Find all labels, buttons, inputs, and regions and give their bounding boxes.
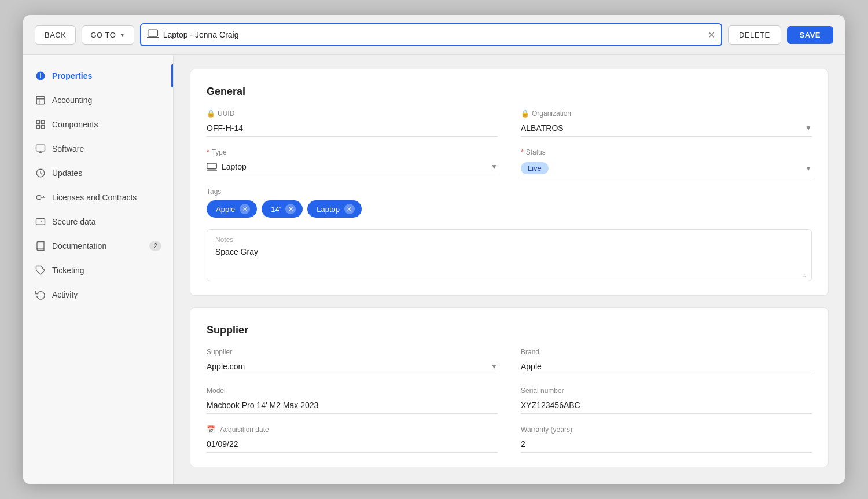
sidebar-item-licenses[interactable]: Licenses and Contracts [23, 186, 173, 209]
sidebar-item-activity[interactable]: Activity [23, 283, 173, 306]
required-star2: * [521, 148, 524, 156]
status-dropdown[interactable]: Live ▼ [521, 159, 812, 178]
sidebar-item-accounting[interactable]: Accounting [23, 89, 173, 112]
organization-label: 🔒 Organization [521, 109, 812, 118]
grid-icon [35, 119, 46, 130]
goto-button[interactable]: GO TO ▼ [82, 25, 134, 45]
supplier-value: Apple.com [207, 362, 491, 371]
sidebar-item-label: Components [52, 120, 98, 129]
calculator-icon [35, 94, 46, 106]
item-name-bar: ✕ [140, 23, 722, 46]
sidebar-item-updates[interactable]: Updates [23, 162, 173, 185]
serial-label: Serial number [521, 387, 812, 395]
body: i Properties Accounting Components [23, 55, 845, 484]
warranty-value: 2 [521, 436, 812, 453]
sidebar-item-label: Activity [52, 290, 78, 299]
sidebar-item-documentation[interactable]: Documentation 2 [23, 234, 173, 258]
item-name-input[interactable] [163, 30, 703, 39]
acquisition-field: 📅 Acquisition date 01/09/22 [207, 425, 498, 453]
save-button[interactable]: SAVE [787, 26, 833, 44]
serial-field: Serial number XYZ123456ABC [521, 387, 812, 414]
tags-row: Apple ✕ 14' ✕ Laptop ✕ [207, 200, 812, 218]
sidebar-item-label: Secure data [52, 217, 96, 226]
tag-label: Apple [216, 205, 235, 214]
sidebar-item-label: Documentation [52, 241, 106, 251]
lock-icon2: 🔒 [521, 109, 529, 118]
svg-point-14 [36, 195, 41, 200]
sidebar-item-label: Properties [52, 71, 92, 80]
key-icon [35, 192, 46, 203]
chevron-down-icon: ▼ [805, 124, 812, 132]
status-label: * Status [521, 148, 812, 156]
notes-box[interactable]: Notes Space Gray ⊿ [207, 229, 812, 281]
model-label: Model [207, 387, 498, 395]
history-icon [35, 289, 46, 300]
clock-icon [35, 167, 46, 179]
svg-rect-21 [207, 163, 217, 169]
supplier-section: Supplier Supplier Apple.com ▼ Brand Appl… [190, 307, 829, 467]
tag-remove-button[interactable]: ✕ [344, 204, 355, 214]
delete-button[interactable]: DELETE [728, 25, 781, 45]
uuid-value: OFF-H-14 [207, 120, 498, 137]
resize-handle[interactable]: ⊿ [802, 271, 809, 278]
main-window: BACK GO TO ▼ ✕ DELETE SAVE i [23, 15, 845, 484]
required-star: * [207, 148, 209, 156]
type-dropdown[interactable]: Laptop ▼ [207, 159, 498, 175]
sidebar-item-secure-data[interactable]: Secure data [23, 210, 173, 233]
brand-field: Brand Apple [521, 348, 812, 375]
svg-rect-0 [148, 30, 157, 36]
model-field: Model Macbook Pro 14' M2 Max 2023 [207, 387, 498, 414]
type-value: Laptop [207, 162, 491, 171]
sidebar-item-ticketing[interactable]: Ticketing [23, 259, 173, 282]
sidebar-item-properties[interactable]: i Properties [23, 64, 173, 87]
tag-remove-button[interactable]: ✕ [240, 204, 250, 214]
tag-label: Laptop [317, 205, 340, 214]
lock-icon: 🔒 [207, 109, 215, 118]
brand-value: Apple [521, 358, 812, 375]
status-badge: Live [521, 162, 549, 174]
supplier-dropdown[interactable]: Apple.com ▼ [207, 358, 498, 375]
chevron-down-icon: ▼ [119, 32, 125, 38]
calendar-icon: 📅 [207, 425, 215, 434]
acquisition-value: 01/09/22 [207, 436, 498, 453]
documentation-badge: 2 [149, 241, 161, 251]
uuid-field: 🔒 UUID OFF-H-14 [207, 109, 498, 137]
tag-remove-button[interactable]: ✕ [285, 204, 296, 214]
notes-label: Notes [215, 236, 803, 244]
general-section: General 🔒 UUID OFF-H-14 🔒 Organization [190, 69, 829, 296]
general-top-fields: 🔒 UUID OFF-H-14 🔒 Organization ALBATROS … [207, 109, 812, 178]
notes-section: Notes Space Gray ⊿ [207, 229, 812, 281]
book-icon [35, 240, 46, 252]
main-content: General 🔒 UUID OFF-H-14 🔒 Organization [174, 55, 845, 484]
back-button[interactable]: BACK [35, 25, 76, 45]
tags-label: Tags [207, 188, 812, 196]
sidebar-item-label: Ticketing [52, 266, 84, 275]
chevron-down-icon: ▼ [805, 164, 812, 173]
supplier-fields: Supplier Apple.com ▼ Brand Apple Model M… [207, 348, 812, 453]
sidebar: i Properties Accounting Components [23, 55, 174, 484]
tag-label: 14' [271, 205, 281, 214]
sidebar-item-label: Licenses and Contracts [52, 193, 137, 202]
sidebar-item-components[interactable]: Components [23, 113, 173, 136]
clear-icon[interactable]: ✕ [708, 30, 715, 41]
svg-rect-3 [36, 96, 45, 104]
model-value: Macbook Pro 14' M2 Max 2023 [207, 397, 498, 414]
type-label: * Type [207, 148, 498, 156]
svg-rect-9 [42, 126, 45, 129]
sidebar-item-label: Software [52, 144, 84, 153]
tag-laptop: Laptop ✕ [307, 200, 362, 218]
status-value: Live [521, 162, 805, 174]
organization-dropdown[interactable]: ALBATROS ▼ [521, 120, 812, 137]
general-title: General [207, 86, 812, 98]
svg-text:i: i [40, 72, 42, 79]
svg-rect-10 [36, 145, 45, 151]
tag-14: 14' ✕ [262, 200, 303, 218]
svg-rect-8 [36, 126, 39, 129]
topbar: BACK GO TO ▼ ✕ DELETE SAVE [23, 15, 845, 55]
sidebar-item-label: Accounting [52, 96, 92, 105]
acquisition-label: 📅 Acquisition date [207, 425, 498, 434]
supplier-field: Supplier Apple.com ▼ [207, 348, 498, 375]
chevron-down-icon: ▼ [491, 163, 498, 171]
sidebar-item-software[interactable]: Software [23, 137, 173, 160]
supplier-title: Supplier [207, 324, 812, 336]
